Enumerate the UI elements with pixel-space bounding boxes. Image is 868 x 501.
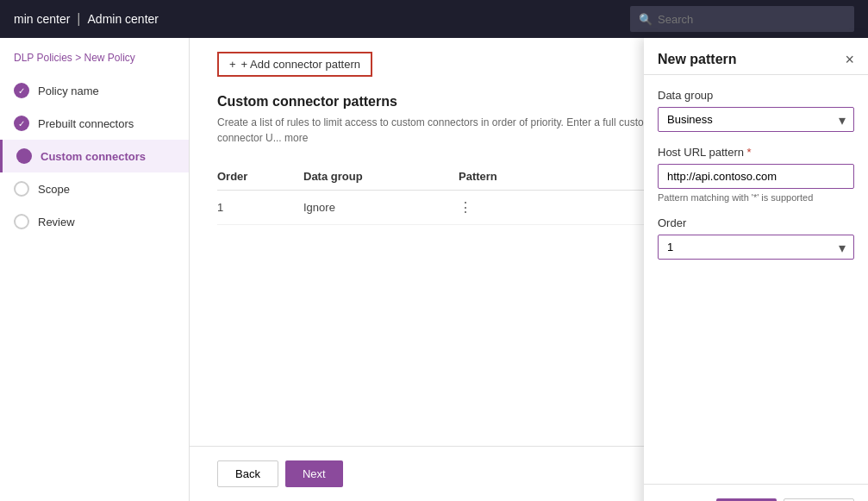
panel-header: New pattern × xyxy=(644,38,868,75)
sidebar-item-review[interactable]: Review xyxy=(0,205,189,238)
main-layout: DLP Policies > New Policy ✓ Policy name … xyxy=(0,38,868,501)
host-url-label: Host URL pattern * xyxy=(658,146,854,159)
required-marker: * xyxy=(747,146,752,159)
panel-close-button[interactable]: × xyxy=(845,52,854,67)
col-order: Order xyxy=(217,170,303,183)
sidebar-item-scope[interactable]: Scope xyxy=(0,172,189,205)
next-button[interactable]: Next xyxy=(285,460,343,487)
add-connector-pattern-button[interactable]: + + Add connector pattern xyxy=(217,52,372,77)
sidebar-item-custom-connectors[interactable]: Custom connectors xyxy=(0,140,189,172)
order-select-wrapper: 1 2 3 xyxy=(658,235,854,260)
data-group-select[interactable]: Business Non-Business Blocked Ignore xyxy=(658,107,854,132)
breadcrumb-sep: > xyxy=(75,52,84,64)
search-bar: 🔍 xyxy=(630,6,854,32)
order-label: Order xyxy=(658,216,854,229)
sidebar-label-review: Review xyxy=(38,216,75,229)
empty-circle-2 xyxy=(14,214,29,229)
panel-title: New pattern xyxy=(658,52,737,67)
empty-circle-1 xyxy=(14,181,29,197)
search-input[interactable] xyxy=(658,13,846,26)
data-group-field: Data group Business Non-Business Blocked… xyxy=(658,89,854,132)
panel-footer: Save Cancel xyxy=(644,484,868,501)
search-icon: 🔍 xyxy=(639,13,653,26)
sidebar: DLP Policies > New Policy ✓ Policy name … xyxy=(0,38,190,501)
data-group-select-wrapper: Business Non-Business Blocked Ignore xyxy=(658,107,854,132)
host-url-field: Host URL pattern * Pattern matching with… xyxy=(658,146,854,203)
breadcrumb: DLP Policies > New Policy xyxy=(0,45,189,74)
check-icon-2: ✓ xyxy=(14,116,29,131)
row-actions-button[interactable]: ⋮ xyxy=(459,199,472,216)
sidebar-label-scope: Scope xyxy=(38,183,70,196)
breadcrumb-current: New Policy xyxy=(84,52,135,64)
sidebar-item-prebuilt-connectors[interactable]: ✓ Prebuilt connectors xyxy=(0,107,189,140)
check-icon: ✓ xyxy=(14,83,29,98)
panel-body: Data group Business Non-Business Blocked… xyxy=(644,75,868,484)
section-desc: Create a list of rules to limit access t… xyxy=(217,115,665,146)
breadcrumb-parent[interactable]: DLP Policies xyxy=(14,52,72,64)
topbar: min center | Admin center 🔍 xyxy=(0,0,868,38)
add-icon: + xyxy=(229,58,236,71)
cell-data-group: Ignore xyxy=(303,201,459,214)
sidebar-label-prebuilt-connectors: Prebuilt connectors xyxy=(38,117,134,130)
topbar-sep: | xyxy=(77,11,80,27)
order-select[interactable]: 1 2 3 xyxy=(658,235,854,260)
cell-order: 1 xyxy=(217,201,303,214)
new-pattern-panel: New pattern × Data group Business Non-Bu… xyxy=(644,38,868,501)
host-url-input[interactable] xyxy=(658,164,854,189)
order-field: Order 1 2 3 xyxy=(658,216,854,260)
data-group-label: Data group xyxy=(658,89,854,102)
dot-icon xyxy=(16,148,32,164)
add-connector-label: + Add connector pattern xyxy=(241,58,360,71)
sidebar-label-custom-connectors: Custom connectors xyxy=(41,150,146,163)
app-name: min center xyxy=(14,12,70,26)
admin-center-label: Admin center xyxy=(88,12,159,26)
col-data-group: Data group xyxy=(303,170,459,183)
back-button[interactable]: Back xyxy=(217,460,278,487)
host-url-hint: Pattern matching with '*' is supported xyxy=(658,192,854,203)
sidebar-item-policy-name[interactable]: ✓ Policy name xyxy=(0,74,189,107)
sidebar-label-policy-name: Policy name xyxy=(38,85,99,97)
